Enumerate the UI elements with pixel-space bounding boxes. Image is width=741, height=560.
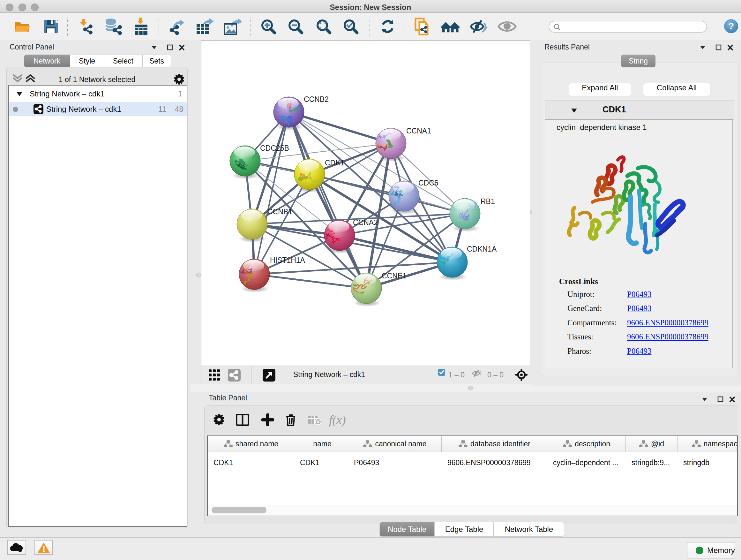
svg-text:CCNA1: CCNA1 [406, 127, 431, 135]
svg-text:RB1: RB1 [481, 197, 495, 206]
svg-text:HIST1H1A: HIST1H1A [270, 256, 306, 264]
svg-text:CDC25B: CDC25B [260, 144, 289, 152]
svg-text:CCNB2: CCNB2 [304, 95, 329, 104]
svg-text:CCNB1: CCNB1 [267, 207, 292, 216]
svg-text:CDK1: CDK1 [325, 159, 344, 167]
svg-text:CCNA2: CCNA2 [353, 219, 378, 227]
svg-text:CDC6: CDC6 [418, 179, 439, 187]
svg-text:CCNE1: CCNE1 [382, 272, 407, 280]
svg-text:CDKN1A: CDKN1A [467, 245, 497, 253]
svg-text:?: ? [728, 21, 734, 31]
